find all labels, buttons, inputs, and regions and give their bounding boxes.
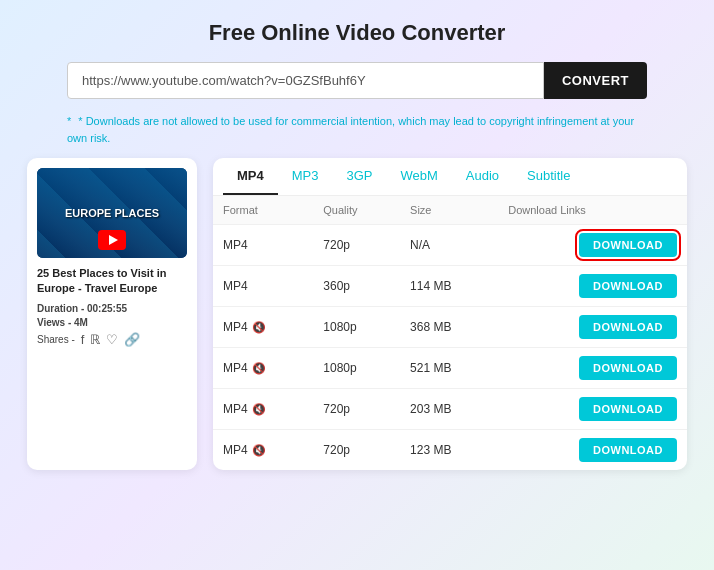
- play-button[interactable]: [98, 230, 126, 250]
- quality-cell-0: 720p: [313, 225, 400, 266]
- tab-webm[interactable]: WebM: [386, 158, 451, 195]
- muted-icon: 🔇: [252, 362, 266, 375]
- results-panel: MP4 MP3 3GP WebM Audio Subtitle Format Q…: [213, 158, 687, 470]
- reddit-icon[interactable]: ℝ: [90, 332, 100, 347]
- url-input[interactable]: [67, 62, 544, 99]
- download-cell-0: DOWNLOAD: [498, 225, 687, 266]
- convert-button[interactable]: CONVERT: [544, 62, 647, 99]
- download-cell-2: DOWNLOAD: [498, 307, 687, 348]
- tab-3gp[interactable]: 3GP: [332, 158, 386, 195]
- muted-icon: 🔇: [252, 321, 266, 334]
- download-button-3[interactable]: DOWNLOAD: [579, 356, 677, 380]
- col-size: Size: [400, 196, 498, 225]
- link-icon[interactable]: 🔗: [124, 332, 140, 347]
- size-cell-0: N/A: [400, 225, 498, 266]
- quality-cell-4: 720p: [313, 389, 400, 430]
- quality-cell-1: 360p: [313, 266, 400, 307]
- video-views: Views - 4M: [37, 317, 187, 328]
- table-row: MP4🔇1080p368 MBDOWNLOAD: [213, 307, 687, 348]
- tabs: MP4 MP3 3GP WebM Audio Subtitle: [213, 158, 687, 196]
- tab-audio[interactable]: Audio: [452, 158, 513, 195]
- size-cell-4: 203 MB: [400, 389, 498, 430]
- download-button-2[interactable]: DOWNLOAD: [579, 315, 677, 339]
- shares-row: Shares - f ℝ ♡ 🔗: [37, 332, 187, 347]
- search-bar: CONVERT: [67, 62, 647, 99]
- download-cell-3: DOWNLOAD: [498, 348, 687, 389]
- video-duration: Duration - 00:25:55: [37, 303, 187, 314]
- size-cell-3: 521 MB: [400, 348, 498, 389]
- main-content: EUROPE PLACES 25 Best Places to Visit in…: [27, 158, 687, 470]
- size-cell-5: 123 MB: [400, 430, 498, 471]
- quality-cell-3: 1080p: [313, 348, 400, 389]
- tab-mp4[interactable]: MP4: [223, 158, 278, 195]
- play-icon: [109, 235, 118, 245]
- muted-icon: 🔇: [252, 444, 266, 457]
- download-button-5[interactable]: DOWNLOAD: [579, 438, 677, 462]
- video-card: EUROPE PLACES 25 Best Places to Visit in…: [27, 158, 197, 470]
- table-row: MP4🔇720p203 MBDOWNLOAD: [213, 389, 687, 430]
- size-cell-1: 114 MB: [400, 266, 498, 307]
- col-links: Download Links: [498, 196, 687, 225]
- disclaimer: * * Downloads are not allowed to be used…: [67, 113, 647, 146]
- table-row: MP4🔇1080p521 MBDOWNLOAD: [213, 348, 687, 389]
- muted-icon: 🔇: [252, 403, 266, 416]
- quality-cell-5: 720p: [313, 430, 400, 471]
- format-cell-1: MP4: [213, 266, 313, 307]
- format-cell-0: MP4: [213, 225, 313, 266]
- table-row: MP4360p114 MBDOWNLOAD: [213, 266, 687, 307]
- download-cell-1: DOWNLOAD: [498, 266, 687, 307]
- download-button-0[interactable]: DOWNLOAD: [579, 233, 677, 257]
- page-title: Free Online Video Converter: [209, 20, 506, 46]
- format-cell-5: MP4🔇: [213, 430, 313, 471]
- shares-label: Shares -: [37, 334, 75, 345]
- thumbnail-text: EUROPE PLACES: [65, 206, 159, 220]
- video-title: 25 Best Places to Visit in Europe - Trav…: [37, 266, 187, 297]
- table-row: MP4🔇720p123 MBDOWNLOAD: [213, 430, 687, 471]
- disclaimer-star: *: [67, 115, 71, 127]
- download-cell-4: DOWNLOAD: [498, 389, 687, 430]
- download-button-4[interactable]: DOWNLOAD: [579, 397, 677, 421]
- disclaimer-text: * Downloads are not allowed to be used f…: [67, 115, 634, 144]
- tab-mp3[interactable]: MP3: [278, 158, 333, 195]
- tab-subtitle[interactable]: Subtitle: [513, 158, 584, 195]
- col-format: Format: [213, 196, 313, 225]
- quality-cell-2: 1080p: [313, 307, 400, 348]
- video-thumbnail: EUROPE PLACES: [37, 168, 187, 258]
- format-cell-4: MP4🔇: [213, 389, 313, 430]
- download-table: Format Quality Size Download Links MP472…: [213, 196, 687, 470]
- facebook-icon[interactable]: f: [81, 332, 85, 347]
- download-button-1[interactable]: DOWNLOAD: [579, 274, 677, 298]
- format-cell-3: MP4🔇: [213, 348, 313, 389]
- format-cell-2: MP4🔇: [213, 307, 313, 348]
- download-cell-5: DOWNLOAD: [498, 430, 687, 471]
- table-row: MP4720pN/ADOWNLOAD: [213, 225, 687, 266]
- col-quality: Quality: [313, 196, 400, 225]
- heart-icon[interactable]: ♡: [106, 332, 118, 347]
- size-cell-2: 368 MB: [400, 307, 498, 348]
